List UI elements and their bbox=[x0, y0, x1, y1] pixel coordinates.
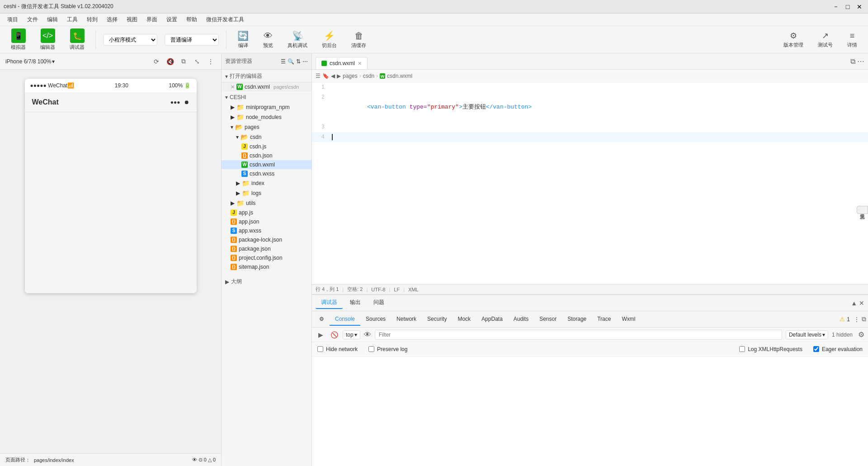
clear-console-btn[interactable]: 🚫 bbox=[329, 330, 339, 340]
tree-folder-logs[interactable]: ▶ 📁 logs bbox=[222, 188, 311, 198]
tab-problems[interactable]: 问题 bbox=[368, 297, 390, 309]
editor-button[interactable]: </> 编辑器 bbox=[37, 27, 59, 52]
devtools-tab-icon[interactable]: ⚙ bbox=[314, 313, 330, 326]
devtools-tab-trace[interactable]: Trace bbox=[592, 313, 616, 326]
tab-close-icon[interactable]: ✕ bbox=[358, 61, 362, 67]
tab-output[interactable]: 输出 bbox=[344, 297, 366, 309]
switch-backend-action[interactable]: ⚡ 切后台 bbox=[318, 29, 340, 51]
device-select[interactable]: iPhone 6/7/8 100% ▾ bbox=[5, 58, 55, 65]
run-console-btn[interactable]: ▶ bbox=[316, 330, 326, 340]
more-icon[interactable]: ⋮ bbox=[206, 57, 216, 67]
bc-file[interactable]: W csdn.wxml bbox=[380, 73, 412, 79]
eye-filter-icon[interactable]: 👁 bbox=[364, 331, 371, 339]
close-icon[interactable]: ✕ bbox=[231, 84, 235, 90]
menu-item-project[interactable]: 项目 bbox=[4, 15, 22, 24]
tree-folder-csdn[interactable]: ▾ 📂 csdn bbox=[222, 132, 311, 142]
tab-debugger[interactable]: 调试器 bbox=[316, 297, 343, 309]
tree-file-package-lock[interactable]: {} package-lock.json bbox=[222, 235, 311, 244]
more-editor-icon[interactable]: ⋯ bbox=[857, 57, 864, 66]
list-icon[interactable]: ☰ bbox=[281, 58, 286, 65]
preserve-log-checkbox[interactable] bbox=[368, 346, 374, 352]
devtools-tab-audits[interactable]: Audits bbox=[508, 313, 534, 326]
log-xml-checkbox[interactable] bbox=[739, 346, 745, 352]
real-debug-action[interactable]: 📡 真机调试 bbox=[284, 29, 311, 51]
audio-icon[interactable]: 🔇 bbox=[165, 57, 175, 67]
tree-folder-index[interactable]: ▶ 📁 index bbox=[222, 178, 311, 188]
menu-item-select[interactable]: 选择 bbox=[103, 15, 121, 24]
context-select[interactable]: top ▾ bbox=[343, 330, 360, 339]
menu-item-tools[interactable]: 工具 bbox=[63, 15, 81, 24]
tree-folder-node-modules[interactable]: ▶ 📁 node_modules bbox=[222, 112, 311, 122]
eager-eval-option[interactable]: Eager evaluation bbox=[813, 346, 863, 352]
preview-action[interactable]: 👁 预览 bbox=[259, 29, 277, 51]
bc-pages[interactable]: pages bbox=[343, 73, 358, 79]
devtools-tab-network[interactable]: Network bbox=[391, 313, 422, 326]
clear-cache-action[interactable]: 🗑 清缓存 bbox=[348, 29, 370, 51]
menu-item-view[interactable]: 视图 bbox=[123, 15, 141, 24]
outline-section[interactable]: ▶ 大纲 bbox=[222, 275, 311, 287]
close-debug-icon[interactable]: ✕ bbox=[859, 300, 864, 307]
tree-file-csdn-js[interactable]: J csdn.js bbox=[222, 142, 311, 151]
resize-icon[interactable]: ⤡ bbox=[192, 57, 202, 67]
eye-icon[interactable]: 👁 bbox=[192, 457, 197, 462]
menu-item-goto[interactable]: 转到 bbox=[83, 15, 101, 24]
close-button[interactable]: ✕ bbox=[854, 2, 864, 12]
split-editor-icon[interactable]: ⧉ bbox=[850, 57, 855, 66]
menu-item-interface[interactable]: 界面 bbox=[143, 15, 161, 24]
simulator-button[interactable]: 📱 模拟器 bbox=[7, 27, 29, 52]
open-file-csdn-wxml[interactable]: ✕ W csdn.wxml pages\csdn bbox=[222, 82, 311, 91]
sort-icon[interactable]: ⇅ bbox=[296, 58, 301, 65]
hide-network-option[interactable]: Hide network bbox=[317, 346, 358, 352]
tree-file-app-wxss[interactable]: S app.wxss bbox=[222, 226, 311, 235]
search-icon[interactable]: 🔍 bbox=[288, 58, 294, 65]
minimize-button[interactable]: － bbox=[831, 2, 841, 12]
more-files-icon[interactable]: ⋯ bbox=[302, 58, 308, 65]
tree-folder-miniprogram-npm[interactable]: ▶ 📁 miniprogram_npm bbox=[222, 102, 311, 112]
maximize-button[interactable]: □ bbox=[843, 2, 853, 12]
tree-folder-pages[interactable]: ▾ 📂 pages bbox=[222, 122, 311, 132]
console-levels-select[interactable]: Default levels ▾ bbox=[786, 330, 828, 339]
menu-item-help[interactable]: 帮助 bbox=[183, 15, 201, 24]
detail-btn[interactable]: ≡ 详情 bbox=[844, 29, 861, 50]
tree-file-csdn-json[interactable]: {} csdn.json bbox=[222, 151, 311, 160]
preserve-log-option[interactable]: Preserve log bbox=[368, 346, 407, 352]
menu-item-edit[interactable]: 编辑 bbox=[43, 15, 61, 24]
tab-csdn-wxml[interactable]: csdn.wxml ✕ bbox=[316, 57, 368, 69]
bc-csdn[interactable]: csdn bbox=[363, 73, 374, 79]
tree-file-csdn-wxml[interactable]: W csdn.wxml bbox=[222, 160, 311, 169]
menu-item-settings[interactable]: 设置 bbox=[163, 15, 181, 24]
hide-network-checkbox[interactable] bbox=[317, 346, 323, 352]
devtools-tab-sensor[interactable]: Sensor bbox=[534, 313, 562, 326]
devtools-popout-icon[interactable]: ⧉ bbox=[862, 315, 866, 323]
debugger-button[interactable]: 🐛 调试器 bbox=[66, 27, 88, 52]
console-content[interactable] bbox=[312, 357, 868, 466]
bc-nav-back[interactable]: ◀ bbox=[331, 73, 335, 79]
devtools-tab-storage[interactable]: Storage bbox=[562, 313, 592, 326]
devtools-tab-console[interactable]: Console bbox=[330, 313, 360, 326]
tree-file-package-json[interactable]: {} package.json bbox=[222, 244, 311, 253]
root-section[interactable]: ▾ CESHI bbox=[222, 91, 311, 102]
console-settings-icon[interactable]: ⚙ bbox=[858, 330, 864, 339]
compile-select[interactable]: 普通编译 自定义编译 bbox=[165, 34, 219, 46]
devtools-tab-appdata[interactable]: AppData bbox=[476, 313, 508, 326]
eager-eval-checkbox[interactable] bbox=[813, 346, 819, 352]
version-mgmt-btn[interactable]: ⚙ 版本管理 bbox=[780, 29, 807, 50]
rotate-icon[interactable]: ⟳ bbox=[151, 57, 161, 67]
devtools-tab-wxml[interactable]: Wxml bbox=[616, 313, 641, 326]
tree-file-app-js[interactable]: J app.js bbox=[222, 208, 311, 217]
tree-folder-utils[interactable]: ▶ 📁 utils bbox=[222, 198, 311, 208]
devtools-tab-mock[interactable]: Mock bbox=[452, 313, 476, 326]
tree-file-sitemap[interactable]: {} sitemap.json bbox=[222, 262, 311, 271]
tree-file-app-json[interactable]: {} app.json bbox=[222, 217, 311, 226]
mode-select[interactable]: 小程序模式 插件模式 bbox=[103, 34, 157, 46]
feedback-tab[interactable]: 意见反馈 bbox=[857, 206, 868, 214]
log-xml-option[interactable]: Log XMLHttpRequests bbox=[739, 346, 802, 352]
open-editors-section[interactable]: ▾ 打开的编辑器 bbox=[222, 70, 311, 82]
devtools-more-icon[interactable]: ⋮ bbox=[854, 316, 860, 323]
window-mode-icon[interactable]: ⧉ bbox=[179, 57, 189, 67]
devtools-tab-sources[interactable]: Sources bbox=[360, 313, 391, 326]
devtools-tab-security[interactable]: Security bbox=[422, 313, 452, 326]
console-filter-input[interactable] bbox=[375, 330, 782, 340]
bc-nav-forward[interactable]: ▶ bbox=[337, 73, 341, 79]
menu-item-file[interactable]: 文件 bbox=[24, 15, 42, 24]
